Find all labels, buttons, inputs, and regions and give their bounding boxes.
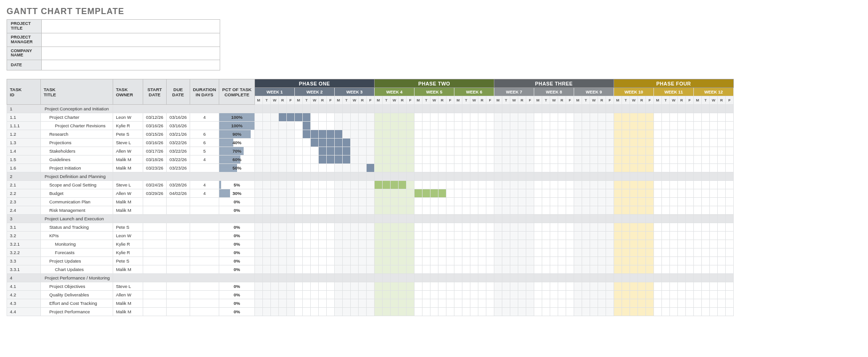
timeline-cell[interactable] [486,181,494,189]
task-title-cell[interactable]: Project Charter Revisions [41,122,113,130]
timeline-cell[interactable] [542,155,550,164]
timeline-cell[interactable] [382,164,390,172]
timeline-cell[interactable] [518,282,526,291]
timeline-cell[interactable] [685,282,693,291]
timeline-cell[interactable] [526,248,534,257]
timeline-cell[interactable] [518,155,526,164]
timeline-cell[interactable] [310,181,318,189]
timeline-cell[interactable] [661,130,669,139]
timeline-cell[interactable] [430,139,438,147]
timeline-cell[interactable] [717,282,725,291]
timeline-cell[interactable] [630,198,638,206]
timeline-cell[interactable] [669,113,677,122]
timeline-cell[interactable] [270,282,278,291]
timeline-cell[interactable] [286,299,294,308]
timeline-cell[interactable] [390,299,398,308]
pct-complete-cell[interactable]: 0% [219,240,255,248]
due-date-cell[interactable] [166,299,190,308]
timeline-cell[interactable] [558,291,566,299]
timeline-cell[interactable] [494,248,502,257]
timeline-cell[interactable] [622,248,630,257]
timeline-cell[interactable] [653,206,661,215]
timeline-cell[interactable] [438,308,446,316]
timeline-cell[interactable] [446,113,454,122]
timeline-cell[interactable] [566,164,574,172]
timeline-cell[interactable] [294,232,302,240]
timeline-cell[interactable] [270,223,278,232]
timeline-cell[interactable] [566,308,574,316]
due-date-cell[interactable] [166,240,190,248]
start-date-cell[interactable] [143,308,166,316]
timeline-cell[interactable] [661,291,669,299]
timeline-cell[interactable] [510,282,518,291]
timeline-cell[interactable] [606,181,614,189]
timeline-cell[interactable] [302,299,310,308]
timeline-cell[interactable] [350,257,358,265]
timeline-cell[interactable] [286,139,294,147]
timeline-cell[interactable] [574,206,582,215]
timeline-cell[interactable] [685,299,693,308]
timeline-cell[interactable] [342,248,350,257]
timeline-cell[interactable] [709,240,717,248]
timeline-cell[interactable] [542,282,550,291]
timeline-cell[interactable] [462,164,470,172]
timeline-cell[interactable] [310,265,318,274]
timeline-cell[interactable] [382,308,390,316]
timeline-cell[interactable] [510,308,518,316]
timeline-cell[interactable] [294,248,302,257]
duration-cell[interactable]: 6 [190,130,219,139]
timeline-cell[interactable] [534,308,542,316]
timeline-cell[interactable] [430,308,438,316]
timeline-cell[interactable] [414,240,422,248]
timeline-cell[interactable] [526,113,534,122]
timeline-cell[interactable] [653,291,661,299]
timeline-cell[interactable] [422,147,430,155]
timeline-cell[interactable] [326,265,334,274]
timeline-cell[interactable] [350,282,358,291]
timeline-cell[interactable] [310,122,318,130]
timeline-cell[interactable] [526,130,534,139]
timeline-cell[interactable] [254,223,262,232]
timeline-cell[interactable] [677,147,685,155]
task-title-cell[interactable]: Project Performance [41,308,113,316]
timeline-cell[interactable] [318,198,326,206]
timeline-cell[interactable] [550,291,558,299]
timeline-cell[interactable] [366,232,374,240]
pct-complete-cell[interactable]: 0% [219,232,255,240]
timeline-cell[interactable] [382,232,390,240]
timeline-cell[interactable] [638,122,645,130]
timeline-cell[interactable] [470,223,478,232]
timeline-cell[interactable] [422,206,430,215]
timeline-cell[interactable] [262,113,270,122]
timeline-cell[interactable] [358,122,366,130]
timeline-cell[interactable] [717,181,725,189]
pct-complete-cell[interactable]: 0% [219,299,255,308]
start-date-cell[interactable]: 03/29/26 [143,189,166,198]
task-id-cell[interactable]: 3 [7,215,41,223]
timeline-cell[interactable] [486,282,494,291]
timeline-cell[interactable] [318,257,326,265]
timeline-cell[interactable] [550,265,558,274]
timeline-cell[interactable] [430,130,438,139]
timeline-cell[interactable] [693,232,701,240]
timeline-cell[interactable] [661,265,669,274]
timeline-cell[interactable] [262,257,270,265]
timeline-cell[interactable] [430,155,438,164]
timeline-cell[interactable] [638,130,645,139]
task-id-cell[interactable]: 1.3 [7,139,41,147]
timeline-cell[interactable] [350,164,358,172]
timeline-cell[interactable] [350,198,358,206]
timeline-cell[interactable] [382,282,390,291]
timeline-cell[interactable] [470,240,478,248]
timeline-cell[interactable] [454,122,462,130]
timeline-cell[interactable] [342,206,350,215]
timeline-cell[interactable] [334,299,342,308]
timeline-cell[interactable] [661,147,669,155]
timeline-cell[interactable] [478,232,486,240]
start-date-cell[interactable] [143,223,166,232]
timeline-cell[interactable] [685,291,693,299]
timeline-cell[interactable] [653,240,661,248]
task-title-cell[interactable]: Effort and Cost Tracking [41,299,113,308]
timeline-cell[interactable] [414,189,422,198]
timeline-cell[interactable] [334,282,342,291]
